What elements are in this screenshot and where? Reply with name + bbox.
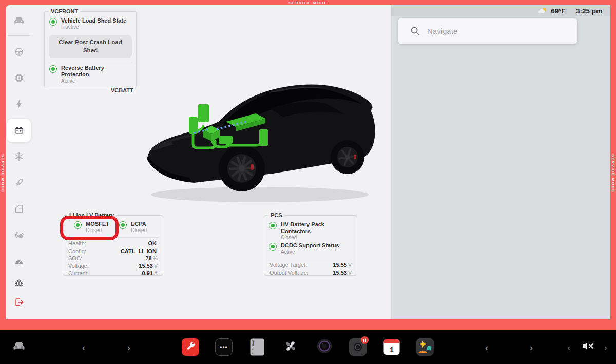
vehicle-illustration	[141, 46, 381, 208]
lightning-icon	[13, 99, 25, 110]
panel-divider	[49, 62, 132, 62]
field-health: Health: OK	[63, 240, 163, 247]
car-icon	[13, 15, 25, 26]
sidebar-item-vehicle[interactable]	[13, 15, 25, 26]
chevron-left-icon[interactable]: ‹	[82, 342, 85, 352]
sidebar-item-high-voltage[interactable]	[13, 99, 25, 110]
taskbar-service-app[interactable]	[182, 338, 199, 356]
chip-icon	[13, 72, 25, 84]
panel-divider	[67, 237, 159, 238]
chevron-left-icon[interactable]: ‹	[568, 342, 570, 352]
temperature-readout: 69°F	[551, 7, 566, 15]
reverse-battery-protection-indicator: Reverse Battery Protection Active	[45, 64, 136, 84]
ellipsis-icon: •••	[220, 343, 228, 351]
sidebar-item-suspension[interactable]	[13, 177, 25, 188]
pcs-legend: PCS	[268, 212, 284, 218]
chevron-left-icon[interactable]: ‹	[485, 342, 488, 352]
sidebar-item-restraints[interactable]	[13, 229, 25, 241]
li-ion-lv-battery-panel: Li-Ion LV Battery MOSFET Closed ECPA Clo…	[63, 212, 163, 276]
taskbar-photos[interactable]	[416, 338, 434, 356]
sidebar-item-dashboard[interactable]	[13, 256, 25, 267]
sidebar-item-driving[interactable]	[13, 46, 25, 58]
field-output-voltage: Output Voltage: 15.53V	[264, 269, 357, 276]
sidebar-divider	[8, 35, 30, 36]
service-mode-screen: SERVICE MODE SERVICE MODE SERVICE MODE	[0, 0, 616, 364]
taskbar-more-apps[interactable]: •••	[215, 338, 233, 356]
field-soc: SOC: 78%	[63, 255, 163, 262]
dashcam-pause-badge	[361, 336, 369, 344]
dashcam-icon	[349, 338, 367, 356]
indicator-label: Reverse Battery Protection	[61, 65, 132, 78]
indicator-label: DCDC Support Status	[281, 242, 339, 249]
map-status-bar: 69°F 3:25 pm	[391, 5, 610, 16]
taskbar-owners-manual[interactable]: i	[251, 339, 264, 356]
sidebar-item-computers[interactable]	[13, 72, 25, 84]
ecpa-indicator: ECPA Closed	[119, 221, 147, 234]
panel-divider	[268, 259, 353, 259]
service-main-panel: VCFRONT Vehicle Load Shed State Inactive…	[6, 5, 391, 319]
taskbar-fan[interactable]	[283, 338, 298, 356]
taskbar-vehicle-button[interactable]	[11, 339, 27, 355]
status-dot-green	[49, 18, 57, 26]
chevron-right-icon[interactable]: ›	[530, 342, 533, 352]
airbag-icon	[13, 229, 25, 241]
bug-icon	[13, 277, 25, 289]
status-dot-green	[269, 243, 277, 251]
taskbar: ‹ › ••• i	[0, 330, 616, 364]
status-dot-green	[74, 221, 82, 229]
partly-cloudy-icon	[537, 7, 548, 15]
taskbar-dashcam[interactable]	[349, 338, 367, 356]
field-voltage: Voltage: 15.53V	[63, 262, 163, 270]
car-icon	[11, 346, 27, 354]
chevron-right-icon[interactable]: ›	[605, 342, 607, 352]
indicator-label: ECPA	[131, 221, 147, 227]
navigate-search-box[interactable]	[398, 18, 578, 44]
volume-mute-button[interactable]	[582, 341, 596, 353]
field-current: Current: -0.91A	[63, 270, 163, 276]
indicator-label: Vehicle Load Shed State	[61, 17, 126, 24]
search-icon	[410, 26, 420, 36]
status-dot-green	[119, 221, 127, 229]
service-mode-banner-right: SERVICE MODE	[611, 154, 615, 193]
indicator-status: Closed	[281, 235, 353, 241]
search-input[interactable]	[427, 27, 561, 35]
sidebar-item-thermal[interactable]	[13, 151, 25, 162]
car-door-icon	[13, 203, 25, 215]
taskbar-calendar[interactable]: 1	[384, 339, 400, 355]
fan-icon	[283, 347, 298, 355]
sidebar-item-exit-service[interactable]	[13, 297, 25, 308]
dcdc-support-status-indicator: DCDC Support Status Active	[264, 241, 357, 255]
map-panel: 69°F 3:25 pm	[391, 5, 610, 319]
indicator-status: Active	[281, 249, 339, 255]
status-dot-green	[269, 222, 277, 229]
battery-icon	[13, 125, 25, 136]
sidebar-item-closures[interactable]	[13, 203, 25, 215]
vcbatt-legend: VCBATT	[109, 87, 135, 93]
mosfet-indicator: MOSFET Closed	[74, 221, 119, 234]
field-voltage-target: Voltage Target: 15.55V	[264, 261, 357, 269]
taskbar-camera-viewer[interactable]	[317, 338, 332, 356]
pcs-panel: PCS HV Battery Pack Contactors Closed DC…	[264, 212, 357, 276]
indicator-status: Inactive	[61, 24, 126, 30]
clear-post-crash-load-shed-button[interactable]: Clear Post Crash Load Shed	[49, 35, 132, 58]
service-mode-banner-left: SERVICE MODE	[1, 154, 5, 193]
field-config: Config: CATL_LI_ION	[63, 247, 163, 255]
li-ion-legend: Li-Ion LV Battery	[67, 212, 116, 218]
logout-icon	[13, 297, 25, 308]
shock-absorber-icon	[13, 177, 25, 188]
sidebar-item-lv-battery[interactable]	[13, 125, 25, 136]
calendar-day: 1	[384, 343, 400, 355]
vcfront-legend: VCFRONT	[49, 8, 80, 14]
steering-wheel-icon	[13, 46, 25, 58]
chevron-right-icon[interactable]: ›	[127, 342, 130, 352]
mute-icon	[582, 344, 596, 353]
camera-lens-icon	[317, 347, 332, 355]
sidebar-item-debug[interactable]	[13, 277, 25, 289]
vehicle-load-shed-state-indicator: Vehicle Load Shed State Inactive	[45, 14, 136, 30]
indicator-status: Active	[61, 78, 132, 84]
indicator-label: MOSFET	[86, 221, 109, 227]
indicator-status: Closed	[131, 227, 147, 234]
owners-manual-icon: i	[251, 339, 264, 356]
calendar-icon: 1	[384, 339, 400, 355]
indicator-status: Closed	[86, 227, 109, 234]
